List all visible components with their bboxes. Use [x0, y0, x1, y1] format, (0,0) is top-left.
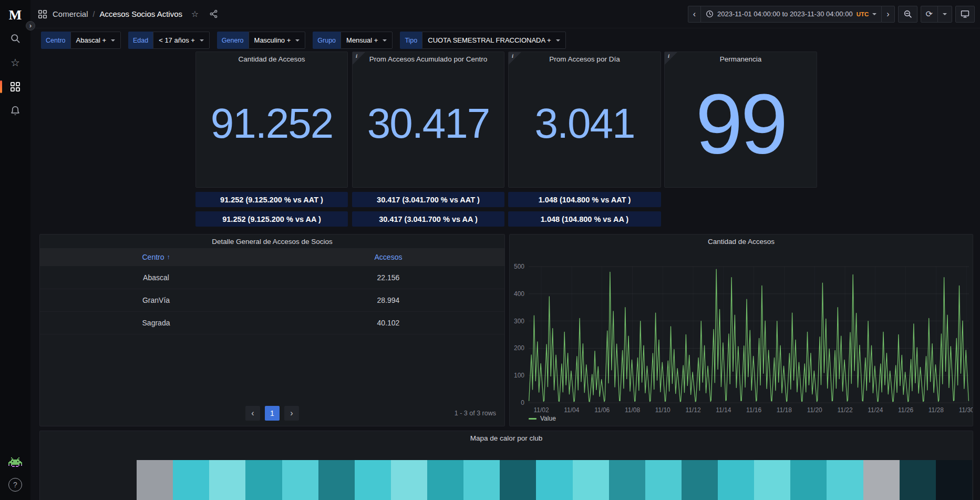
panel-title[interactable]: Prom Accesos por Día [509, 52, 661, 66]
heatmap-cell [463, 460, 500, 500]
pagination-prev-button[interactable]: ‹ [245, 406, 260, 421]
ministat-vs-aa: 91.252 (9.125.200 % vs AA ) [195, 211, 348, 227]
refresh-button[interactable]: ⟳ [921, 6, 938, 23]
filter-value: Abascal + [76, 36, 106, 44]
panel-title[interactable]: Detalle General de Accesos de Socios [40, 234, 504, 248]
app-logo[interactable]: M [9, 4, 22, 26]
sidebar-expand-button[interactable]: › [26, 21, 35, 30]
refresh-interval-dropdown[interactable] [937, 6, 952, 23]
heatmap-cell [936, 460, 972, 500]
stat-value: 3.041 [509, 66, 661, 181]
x-tick-label: 11/18 [777, 406, 792, 414]
x-tick-label: 11/12 [685, 406, 700, 414]
kiosk-mode-button[interactable] [955, 6, 975, 23]
share-dashboard-button[interactable] [208, 6, 220, 22]
heatmap-strip[interactable] [137, 460, 972, 500]
breadcrumb-section[interactable]: Comercial [53, 9, 88, 18]
panel-title[interactable]: Cantidad de Accesos [196, 52, 347, 66]
heatmap-cell [790, 460, 827, 500]
ministat-vs-aa: 1.048 (104.800 % vs AA ) [508, 211, 661, 227]
y-tick-label: 0 [521, 399, 524, 406]
table-row: Abascal 22.156 [40, 266, 504, 289]
heatmap-cell [500, 460, 536, 500]
x-tick-label: 11/16 [746, 406, 761, 414]
y-tick-label: 300 [514, 318, 524, 325]
heatmap-cell [682, 460, 718, 500]
x-tick-label: 11/06 [594, 406, 610, 414]
sidebar: M ☆ [0, 0, 30, 500]
dashboards-grid-icon [10, 81, 20, 92]
x-tick-label: 11/22 [837, 406, 852, 414]
heatmap-cell [173, 460, 209, 500]
heatmap-cell [318, 460, 355, 500]
stat-panel-prom-acumulado: i Prom Accesos Acumulado por Centro 30.4… [352, 52, 504, 188]
favorite-dashboard-button[interactable]: ☆ [189, 6, 201, 22]
filter-label: Grupo [313, 32, 341, 49]
filter-grupo[interactable]: Grupo Mensual + [313, 32, 393, 49]
legend-color-swatch [529, 418, 537, 420]
time-shift-back-button[interactable]: ‹ [688, 6, 701, 23]
heatmap-cell [718, 460, 754, 500]
pagination-page-1-button[interactable]: 1 [265, 406, 280, 421]
cell-accesos: 28.994 [272, 289, 504, 311]
legend-item-value[interactable]: Value [529, 415, 556, 422]
x-tick-label: 11/08 [625, 406, 640, 414]
clock-icon [706, 10, 714, 18]
time-range-picker-button[interactable]: 2023-11-01 04:00:00 to 2023-11-30 04:00:… [700, 6, 882, 23]
x-tick-label: 11/10 [655, 406, 670, 414]
x-tick-label: 11/26 [898, 406, 913, 414]
series-line [529, 269, 969, 402]
zoom-out-time-button[interactable] [898, 6, 917, 23]
breadcrumb-separator: / [93, 10, 95, 18]
x-tick-label: 11/28 [929, 406, 944, 414]
panel-title[interactable]: Cantidad de Accesos [510, 234, 973, 248]
filter-label: Tipo [400, 32, 422, 49]
pagination-next-button[interactable]: › [284, 406, 299, 421]
column-label: Centro [142, 253, 164, 261]
panel-title[interactable]: Mapa de calor por club [40, 431, 973, 445]
chevron-left-icon: ‹ [693, 10, 696, 18]
help-button[interactable]: ? [8, 478, 22, 492]
breadcrumb-page-title[interactable]: Accesos Socios Activos [99, 9, 182, 18]
variable-filters: Centro Abascal + Edad < 17 años + Genero… [41, 32, 566, 49]
filter-genero[interactable]: Genero Masculino + [217, 32, 305, 49]
x-tick-label: 11/24 [868, 406, 883, 414]
legend-label: Value [540, 415, 556, 422]
heatmap-cell [355, 460, 391, 500]
star-icon: ☆ [11, 56, 20, 69]
starred-button[interactable]: ☆ [5, 50, 26, 75]
table-header-accesos[interactable]: Accesos [272, 248, 504, 266]
y-tick-label: 500 [514, 263, 524, 270]
filter-tipo[interactable]: Tipo CUOTA SEMESTRAL FRACCIONADA + [400, 32, 565, 49]
table-row: Sagrada 40.102 [40, 311, 504, 334]
cell-centro: GranVía [40, 289, 272, 311]
alerting-button[interactable] [5, 99, 26, 123]
filter-centro[interactable]: Centro Abascal + [41, 32, 121, 49]
timeseries-plot[interactable]: 010020030040050011/0211/0411/0611/0811/1… [510, 248, 973, 426]
chevron-down-icon [943, 13, 947, 15]
y-tick-label: 400 [514, 290, 524, 298]
bell-icon [10, 106, 20, 116]
dashboards-button[interactable] [5, 75, 26, 99]
x-tick-label: 11/30 [959, 406, 973, 414]
ministat-vs-aat: 30.417 (3.041.700 % vs AAT ) [352, 192, 504, 207]
heatmap-cell [137, 460, 173, 500]
avatar-invader-icon [8, 457, 22, 467]
y-tick-label: 100 [514, 372, 524, 379]
table-header-centro[interactable]: Centro ↑ [40, 248, 272, 266]
filter-label: Centro [41, 32, 70, 49]
heatmap-cell [245, 460, 282, 500]
search-icon [10, 33, 20, 44]
panel-title[interactable]: Prom Accesos Acumulado por Centro [353, 52, 504, 66]
breadcrumb-apps-icon [38, 9, 47, 19]
heatmap-cell [754, 460, 790, 500]
stat-panel-cantidad-accesos: Cantidad de Accesos 91.252 [195, 52, 348, 188]
filter-edad[interactable]: Edad < 17 años + [128, 32, 210, 49]
user-avatar[interactable] [8, 457, 22, 470]
time-shift-forward-button[interactable]: › [881, 6, 894, 23]
filter-label: Genero [217, 32, 249, 49]
heatmap-panel-mapa-calor: Mapa de calor por club [39, 431, 973, 500]
panel-title[interactable]: Permanencia [665, 52, 817, 66]
search-button[interactable] [5, 26, 26, 50]
x-tick-label: 11/04 [564, 406, 579, 414]
